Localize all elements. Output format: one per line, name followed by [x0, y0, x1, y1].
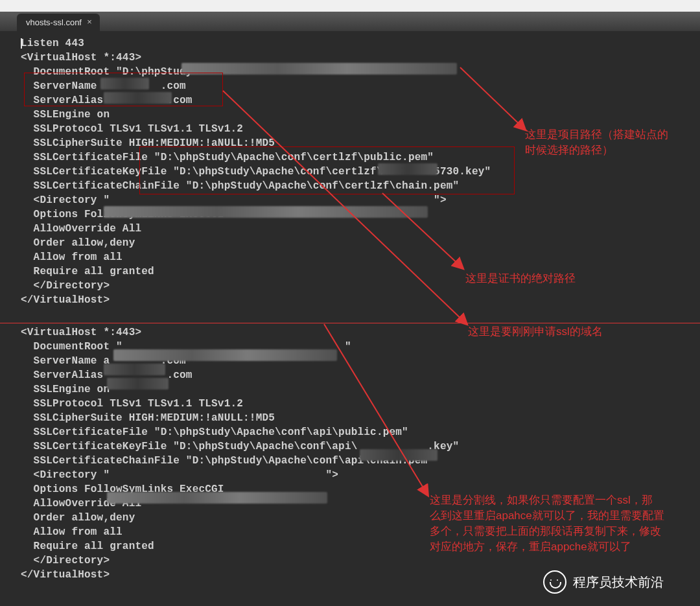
separator-line	[0, 323, 700, 323]
code-line: SSLCertificateKeyFile "D:\phpStudy\Apach…	[0, 439, 700, 454]
redaction	[360, 449, 438, 461]
annotation-label-project-path: 这里是项目路径（搭建站点的 时候选择的路径）	[525, 127, 668, 158]
code-line: </Directory>	[0, 554, 700, 568]
watermark-text: 程序员技术前沿	[573, 574, 664, 591]
code-line: SSLCertificateChainFile "D:\phpStudy\Apa…	[0, 454, 700, 468]
redaction	[113, 349, 337, 361]
annotation-box-cert	[139, 146, 515, 194]
redaction	[104, 206, 428, 218]
annotation-label-cert-path: 这里是证书的绝对路径	[465, 271, 576, 286]
annotation-label-domain: 这里是要刚刚申请ssl的域名	[468, 324, 603, 339]
redaction	[104, 364, 165, 375]
editor-padding	[0, 31, 700, 36]
redaction	[107, 492, 327, 504]
editor-window: { "tab": { "title": "vhosts-ssl.conf", "…	[0, 0, 700, 606]
watermark: 程序员技术前沿	[543, 570, 664, 594]
code-line: AllowOverride All	[0, 222, 700, 236]
wechat-avatar-icon	[543, 570, 566, 594]
tab-strip: vhosts-ssl.conf ×	[0, 12, 700, 31]
code-line: SSLProtocol TLSv1 TLSv1.1 TLSv1.2	[0, 397, 700, 411]
redaction	[107, 378, 169, 390]
code-line: </Directory>	[0, 279, 700, 293]
code-line: Order allow,deny	[0, 236, 700, 250]
close-icon[interactable]: ×	[84, 17, 95, 27]
code-line: <Directory " ">	[0, 468, 700, 482]
code-line: DocumentRoot " "	[0, 340, 700, 354]
code-line: SSLCertificateFile "D:\phpStudy\Apache\c…	[0, 425, 700, 439]
annotation-label-separator: 这里是分割线，如果你只需要配置一个ssl，那 么到这里重启apahce就可以了，…	[430, 493, 664, 555]
code-line: Allow from all	[0, 250, 700, 264]
code-line: <Directory " ">	[0, 193, 700, 207]
code-line: SSLCipherSuite HIGH:MEDIUM:!aNULL:!MD5	[0, 411, 700, 425]
annotation-box-domain	[24, 73, 223, 106]
file-tab[interactable]: vhosts-ssl.conf ×	[17, 14, 100, 31]
window-titlebar	[0, 0, 700, 12]
code-line: SSLEngine on	[0, 108, 700, 122]
code-line: Require all granted	[0, 264, 700, 279]
tab-title: vhosts-ssl.conf	[26, 17, 82, 27]
code-line: Listen 443	[0, 36, 700, 51]
code-line: SSLEngine on	[0, 382, 700, 397]
code-line: </VirtualHost>	[0, 293, 700, 307]
